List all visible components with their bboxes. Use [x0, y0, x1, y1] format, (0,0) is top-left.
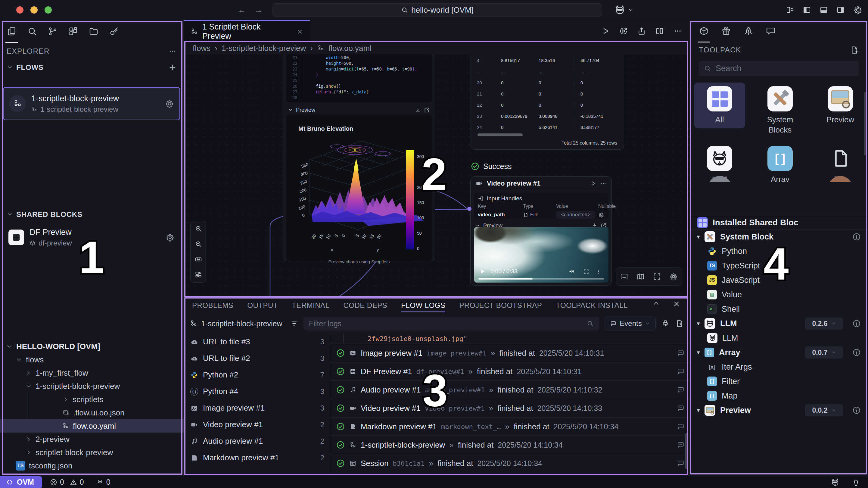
block-python[interactable]: Python — [690, 244, 868, 258]
handle-settings-gear-icon[interactable] — [598, 212, 604, 218]
panel-close-icon[interactable] — [673, 300, 680, 308]
group-llm[interactable]: ▾LLM0.2.6 — [690, 316, 868, 331]
tab-scriptlet-block-preview[interactable]: 1 Scriptlet Block Preview — [184, 20, 310, 42]
remote-ovm-badge[interactable]: OVM — [0, 476, 42, 488]
run-node-icon[interactable] — [590, 180, 596, 187]
video-progress-bar[interactable] — [478, 278, 604, 280]
export-logs-icon[interactable] — [675, 319, 683, 328]
code-line[interactable]: 28 — [286, 95, 432, 101]
video-kebab-icon[interactable] — [595, 269, 601, 275]
array-version-select[interactable]: 0.0.7 — [805, 346, 843, 358]
shared-settings-gear-icon[interactable] — [165, 233, 175, 242]
node-more-icon[interactable] — [600, 180, 607, 187]
fullscreen-icon[interactable] — [653, 272, 661, 281]
activity-folder-icon[interactable] — [89, 20, 99, 43]
video-preview-node[interactable]: Video preview #1 Input Handles Key Type … — [470, 176, 612, 286]
comment-icon[interactable] — [677, 404, 685, 412]
handle-value[interactable]: <connected> — [556, 211, 595, 219]
flow-list-item[interactable]: 1-scriptlet-block-preview 1-scriptlet-bl… — [3, 87, 180, 120]
info-icon[interactable] — [852, 348, 861, 357]
activity-source-control-icon[interactable] — [48, 20, 58, 43]
code-line[interactable]: 26 fig.show() — [286, 83, 432, 89]
split-editor-icon[interactable] — [655, 27, 664, 35]
comment-icon[interactable] — [677, 349, 685, 357]
toggle-panel-icon[interactable] — [620, 272, 628, 281]
info-icon[interactable] — [852, 232, 861, 241]
log-entry[interactable]: Markdown preview #1markdown_text_…»finis… — [331, 417, 689, 436]
code-line[interactable]: 22 height=500, — [286, 61, 432, 66]
toolpack-scrollbar[interactable] — [864, 92, 867, 155]
shared-block-item[interactable]: DF Preview df-preview — [3, 223, 180, 252]
tree-item-flow-ui-json[interactable]: .flow.ui.oo.json — [27, 406, 184, 419]
activity-explorer-icon[interactable] — [7, 20, 17, 43]
run-flow-icon[interactable] — [601, 27, 610, 35]
breadcrumb-flow-folder[interactable]: 1-scriptlet-block-preview — [222, 44, 306, 53]
canvas-settings-gear-icon[interactable] — [669, 272, 678, 281]
minimize-window-button[interactable] — [30, 6, 38, 13]
log-entry[interactable]: 1-scriptlet-block-preview»finished at202… — [331, 436, 689, 454]
df-table-row[interactable]: 20000 — [477, 77, 618, 88]
tree-item-scriptlet-block-preview[interactable]: 1-scriptlet-block-preview — [0, 379, 184, 393]
tab-code-deps[interactable]: CODE DEPS — [343, 297, 387, 314]
fit-view-icon[interactable] — [194, 255, 202, 263]
settings-gear-icon[interactable] — [853, 5, 863, 15]
category-system-blocks[interactable]: System Blocks — [754, 83, 806, 135]
code-line[interactable]: 23 margin=dict(l=65, r=50, b=65, t=90), — [286, 66, 432, 72]
flow-settings-gear-icon[interactable] — [165, 99, 174, 108]
block-value[interactable]: ▤Value — [690, 287, 868, 302]
block-map[interactable]: [ ]Map — [690, 389, 868, 403]
logs-scrollbar[interactable] — [685, 433, 688, 469]
open-preview-external-icon[interactable] — [424, 107, 430, 113]
log-entry[interactable]: Image preview #1image_preview#1»finished… — [331, 344, 689, 362]
close-window-button[interactable] — [16, 6, 24, 13]
chevron-down-icon[interactable] — [628, 7, 633, 13]
tree-item-tsconfig[interactable]: TStsconfig.json — [0, 459, 184, 472]
comment-icon[interactable] — [677, 441, 685, 449]
tree-item-scriptlets[interactable]: scriptlets — [27, 393, 184, 406]
log-entry[interactable]: Sessionb361c1a1»finished at2025/5/20 14:… — [331, 454, 689, 472]
category-all[interactable]: All — [694, 83, 745, 128]
df-preview-node[interactable]: 48.81561718.351646.71704............2000… — [471, 54, 624, 150]
zoom-out-icon[interactable] — [194, 240, 202, 248]
group-preview[interactable]: ▾Preview0.0.2 — [690, 403, 868, 418]
block-llm[interactable]: LLM — [690, 331, 868, 345]
info-icon[interactable] — [852, 406, 861, 415]
block-filter[interactable]: [ ]Filter — [690, 374, 868, 389]
problems-status[interactable]: 0 0 — [50, 478, 84, 487]
log-entry[interactable]: Video preview #1video_preview#1»finished… — [331, 399, 689, 417]
panel-maximize-icon[interactable] — [653, 300, 660, 308]
auto-layout-icon[interactable] — [194, 271, 202, 279]
flows-section-header[interactable]: FLOWS — [0, 60, 183, 75]
activity-search-icon[interactable] — [27, 20, 37, 43]
layout-customize-icon[interactable] — [785, 5, 795, 15]
block-shell[interactable]: >_Shell — [690, 302, 868, 316]
zoom-in-icon[interactable] — [194, 225, 202, 233]
nav-forward-icon[interactable]: → — [255, 5, 262, 15]
tree-item-flow-yaml[interactable]: flow.oo.yaml — [0, 419, 184, 433]
comment-icon[interactable] — [677, 423, 685, 430]
volume-icon[interactable] — [568, 268, 575, 275]
nav-back-icon[interactable]: ← — [238, 5, 246, 15]
add-flow-icon[interactable] — [168, 63, 177, 72]
new-block-doc-icon[interactable] — [850, 46, 859, 55]
block-javascript[interactable]: JSJavaScript — [690, 273, 868, 287]
comment-icon[interactable] — [677, 459, 685, 467]
preview-version-select[interactable]: 0.0.2 — [805, 404, 843, 416]
breadcrumb-flows[interactable]: flows — [193, 44, 211, 53]
more-actions-icon[interactable] — [673, 27, 682, 35]
tree-item-2-preview[interactable]: 2-preview — [0, 433, 184, 446]
explorer-more-icon[interactable] — [168, 47, 177, 55]
code-line[interactable]: 25 — [286, 78, 432, 83]
log-node-row[interactable]: Audio preview #12 — [184, 433, 331, 450]
log-node-row[interactable]: URL to file #23 — [184, 350, 331, 367]
tab-project-bootstrap[interactable]: PROJECT BOOTSTRAP — [459, 297, 542, 314]
clear-logs-icon[interactable] — [661, 319, 670, 328]
chevron-down-icon[interactable] — [288, 108, 293, 112]
log-node-row[interactable]: Image preview #13 — [184, 400, 331, 416]
export-icon[interactable] — [637, 27, 646, 35]
logs-flow-selector[interactable]: 1-scriptlet-block-preview — [190, 319, 298, 328]
code-line[interactable]: 27 return {"df": z_data} — [286, 89, 432, 95]
tab-output[interactable]: OUTPUT — [247, 297, 278, 314]
workspace-search-bar[interactable]: hello-world [OVM] — [273, 3, 602, 17]
block-typescript[interactable]: TSTypeScript — [690, 258, 868, 273]
